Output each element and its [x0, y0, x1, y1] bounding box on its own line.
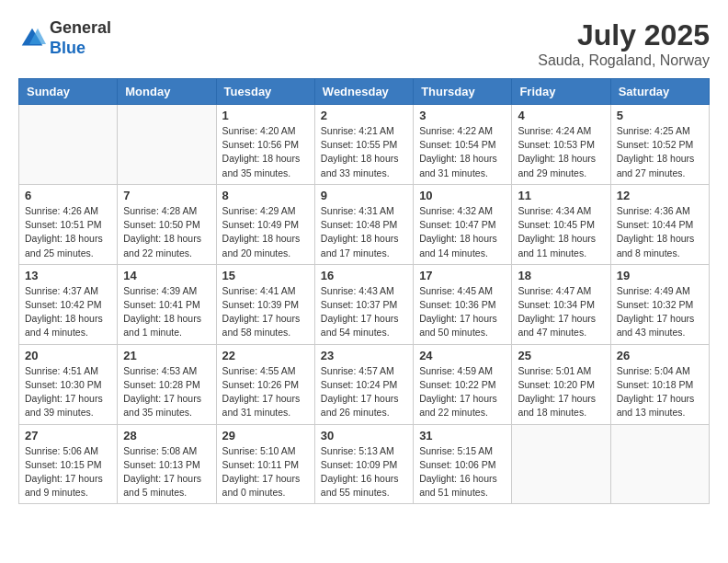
day-info: Sunrise: 4:20 AMSunset: 10:56 PMDaylight… [222, 124, 309, 180]
logo-icon [18, 25, 46, 52]
day-info: Sunrise: 5:04 AMSunset: 10:18 PMDaylight… [617, 364, 703, 420]
calendar-cell: 7Sunrise: 4:28 AMSunset: 10:50 PMDayligh… [118, 184, 216, 264]
day-info: Sunrise: 4:37 AMSunset: 10:42 PMDaylight… [25, 284, 111, 340]
calendar-cell: 26Sunrise: 5:04 AMSunset: 10:18 PMDaylig… [610, 344, 709, 424]
calendar-header-row: SundayMondayTuesdayWednesdayThursdayFrid… [19, 79, 710, 105]
logo-text: General Blue [50, 18, 111, 58]
header: General Blue July 2025 Sauda, Rogaland, … [18, 18, 710, 69]
calendar-cell: 6Sunrise: 4:26 AMSunset: 10:51 PMDayligh… [19, 184, 118, 264]
day-info: Sunrise: 4:34 AMSunset: 10:45 PMDaylight… [518, 204, 604, 260]
day-number: 29 [222, 429, 309, 442]
day-number: 15 [222, 269, 309, 282]
day-info: Sunrise: 5:10 AMSunset: 10:11 PMDaylight… [222, 444, 309, 500]
day-info: Sunrise: 5:13 AMSunset: 10:09 PMDaylight… [321, 444, 407, 500]
day-number: 7 [123, 189, 210, 202]
calendar-cell: 9Sunrise: 4:31 AMSunset: 10:48 PMDayligh… [314, 184, 413, 264]
day-number: 8 [222, 189, 309, 202]
day-info: Sunrise: 4:57 AMSunset: 10:24 PMDaylight… [321, 364, 407, 420]
calendar-cell: 27Sunrise: 5:06 AMSunset: 10:15 PMDaylig… [19, 424, 118, 504]
calendar-cell: 31Sunrise: 5:15 AMSunset: 10:06 PMDaylig… [414, 424, 512, 504]
calendar-cell: 30Sunrise: 5:13 AMSunset: 10:09 PMDaylig… [314, 424, 413, 504]
day-number: 9 [321, 189, 407, 202]
day-number: 6 [25, 189, 111, 202]
day-info: Sunrise: 4:31 AMSunset: 10:48 PMDaylight… [321, 204, 407, 260]
calendar-cell: 5Sunrise: 4:25 AMSunset: 10:52 PMDayligh… [610, 105, 709, 185]
day-info: Sunrise: 4:59 AMSunset: 10:22 PMDaylight… [419, 364, 506, 420]
day-number: 16 [321, 269, 407, 282]
weekday-header-sunday: Sunday [19, 79, 118, 105]
calendar-cell: 18Sunrise: 4:47 AMSunset: 10:34 PMDaylig… [512, 264, 610, 344]
day-info: Sunrise: 4:32 AMSunset: 10:47 PMDaylight… [419, 204, 506, 260]
calendar-cell: 11Sunrise: 4:34 AMSunset: 10:45 PMDaylig… [512, 184, 610, 264]
calendar-week-row: 1Sunrise: 4:20 AMSunset: 10:56 PMDayligh… [19, 105, 710, 185]
day-info: Sunrise: 4:43 AMSunset: 10:37 PMDaylight… [321, 284, 407, 340]
calendar-cell: 10Sunrise: 4:32 AMSunset: 10:47 PMDaylig… [414, 184, 512, 264]
day-number: 13 [25, 269, 111, 282]
day-info: Sunrise: 4:22 AMSunset: 10:54 PMDaylight… [419, 124, 506, 180]
day-number: 26 [617, 349, 703, 362]
calendar-cell: 20Sunrise: 4:51 AMSunset: 10:30 PMDaylig… [19, 344, 118, 424]
weekday-header-saturday: Saturday [610, 79, 709, 105]
day-info: Sunrise: 4:29 AMSunset: 10:49 PMDaylight… [222, 204, 309, 260]
calendar-cell [610, 424, 709, 504]
weekday-header-tuesday: Tuesday [216, 79, 314, 105]
calendar-cell: 23Sunrise: 4:57 AMSunset: 10:24 PMDaylig… [314, 344, 413, 424]
day-info: Sunrise: 4:45 AMSunset: 10:36 PMDaylight… [419, 284, 506, 340]
location-label: Sauda, Rogaland, Norway [538, 52, 710, 69]
day-number: 31 [419, 429, 506, 442]
calendar-week-row: 6Sunrise: 4:26 AMSunset: 10:51 PMDayligh… [19, 184, 710, 264]
calendar-cell: 17Sunrise: 4:45 AMSunset: 10:36 PMDaylig… [414, 264, 512, 344]
calendar-cell [118, 105, 216, 185]
day-info: Sunrise: 5:06 AMSunset: 10:15 PMDaylight… [25, 444, 111, 500]
calendar-week-row: 13Sunrise: 4:37 AMSunset: 10:42 PMDaylig… [19, 264, 710, 344]
month-year-title: July 2025 [538, 18, 710, 52]
day-number: 25 [518, 349, 604, 362]
weekday-header-monday: Monday [118, 79, 216, 105]
day-info: Sunrise: 4:55 AMSunset: 10:26 PMDaylight… [222, 364, 309, 420]
calendar-cell: 1Sunrise: 4:20 AMSunset: 10:56 PMDayligh… [216, 105, 314, 185]
weekday-header-thursday: Thursday [414, 79, 512, 105]
day-info: Sunrise: 4:25 AMSunset: 10:52 PMDaylight… [617, 124, 703, 180]
day-info: Sunrise: 4:36 AMSunset: 10:44 PMDaylight… [617, 204, 703, 260]
day-info: Sunrise: 4:28 AMSunset: 10:50 PMDaylight… [123, 204, 210, 260]
day-number: 30 [321, 429, 407, 442]
calendar-cell: 24Sunrise: 4:59 AMSunset: 10:22 PMDaylig… [414, 344, 512, 424]
calendar-cell: 16Sunrise: 4:43 AMSunset: 10:37 PMDaylig… [314, 264, 413, 344]
day-info: Sunrise: 4:21 AMSunset: 10:55 PMDaylight… [321, 124, 407, 180]
day-info: Sunrise: 4:47 AMSunset: 10:34 PMDaylight… [518, 284, 604, 340]
day-info: Sunrise: 4:53 AMSunset: 10:28 PMDaylight… [123, 364, 210, 420]
calendar-cell: 15Sunrise: 4:41 AMSunset: 10:39 PMDaylig… [216, 264, 314, 344]
day-number: 22 [222, 349, 309, 362]
weekday-header-wednesday: Wednesday [314, 79, 413, 105]
calendar-cell: 13Sunrise: 4:37 AMSunset: 10:42 PMDaylig… [19, 264, 118, 344]
day-info: Sunrise: 4:39 AMSunset: 10:41 PMDaylight… [123, 284, 210, 340]
day-number: 19 [617, 269, 703, 282]
day-info: Sunrise: 5:01 AMSunset: 10:20 PMDaylight… [518, 364, 604, 420]
day-number: 2 [321, 109, 407, 122]
day-number: 21 [123, 349, 210, 362]
calendar-table: SundayMondayTuesdayWednesdayThursdayFrid… [18, 78, 710, 504]
calendar-cell: 29Sunrise: 5:10 AMSunset: 10:11 PMDaylig… [216, 424, 314, 504]
title-section: July 2025 Sauda, Rogaland, Norway [538, 18, 710, 69]
logo-general-label: General [50, 18, 111, 39]
day-number: 5 [617, 109, 703, 122]
day-number: 1 [222, 109, 309, 122]
day-info: Sunrise: 5:08 AMSunset: 10:13 PMDaylight… [123, 444, 210, 500]
calendar-cell: 28Sunrise: 5:08 AMSunset: 10:13 PMDaylig… [118, 424, 216, 504]
calendar-cell: 21Sunrise: 4:53 AMSunset: 10:28 PMDaylig… [118, 344, 216, 424]
calendar-cell [512, 424, 610, 504]
day-number: 10 [419, 189, 506, 202]
weekday-header-friday: Friday [512, 79, 610, 105]
calendar-cell: 4Sunrise: 4:24 AMSunset: 10:53 PMDayligh… [512, 105, 610, 185]
day-number: 24 [419, 349, 506, 362]
day-number: 11 [518, 189, 604, 202]
calendar-cell: 3Sunrise: 4:22 AMSunset: 10:54 PMDayligh… [414, 105, 512, 185]
calendar-cell: 8Sunrise: 4:29 AMSunset: 10:49 PMDayligh… [216, 184, 314, 264]
day-number: 17 [419, 269, 506, 282]
day-info: Sunrise: 4:26 AMSunset: 10:51 PMDaylight… [25, 204, 111, 260]
calendar-cell: 19Sunrise: 4:49 AMSunset: 10:32 PMDaylig… [610, 264, 709, 344]
day-info: Sunrise: 5:15 AMSunset: 10:06 PMDaylight… [419, 444, 506, 500]
day-number: 14 [123, 269, 210, 282]
day-info: Sunrise: 4:49 AMSunset: 10:32 PMDaylight… [617, 284, 703, 340]
day-info: Sunrise: 4:41 AMSunset: 10:39 PMDaylight… [222, 284, 309, 340]
